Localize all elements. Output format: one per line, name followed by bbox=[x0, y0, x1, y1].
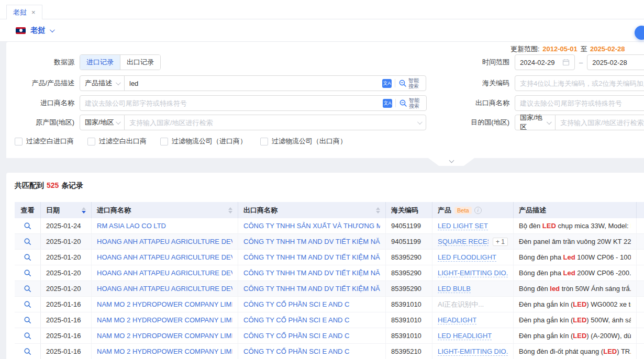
view-record-button[interactable] bbox=[15, 297, 41, 312]
hs-code-input-box[interactable] bbox=[515, 75, 644, 91]
importer-link[interactable]: NAM MO 2 HYDROPOWER COMPANY LIMI... bbox=[97, 316, 232, 324]
view-record-button[interactable] bbox=[15, 281, 41, 296]
exporter-link[interactable]: CÔNG TY TNHH SẢN XUẤT VÀ THƯƠNG M... bbox=[243, 222, 380, 230]
exporter-link[interactable]: CÔNG TY CỔ PHẦN SCI E AND C bbox=[243, 300, 350, 308]
checkbox-filter-logistics-importer[interactable]: 过滤物流公司（进口商） bbox=[160, 137, 247, 146]
checkbox-icon[interactable] bbox=[87, 138, 95, 145]
sort-icon[interactable] bbox=[376, 207, 380, 214]
importer-link[interactable]: NAM MO 2 HYDROPOWER COMPANY LIMI... bbox=[97, 347, 232, 355]
view-record-button[interactable] bbox=[15, 312, 41, 328]
product-tag[interactable]: HEADLIGHT bbox=[438, 316, 476, 324]
tab-import-records[interactable]: 进口记录 bbox=[80, 55, 120, 70]
checkbox-filter-blank-importer[interactable]: 过滤空白进口商 bbox=[15, 137, 74, 146]
importer-link[interactable]: NAM MO 2 HYDROPOWER COMPANY LIMI... bbox=[97, 300, 232, 308]
date-end-input[interactable] bbox=[592, 59, 642, 66]
importer-link[interactable]: NAM MO 2 HYDROPOWER COMPANY LIMI... bbox=[97, 332, 232, 340]
col-exporter[interactable]: 出口商名称 bbox=[238, 202, 386, 218]
col-view: 查看 bbox=[15, 202, 41, 218]
date-cell: 2025-01-20 bbox=[41, 281, 92, 296]
update-range-start: 2012-05-01 bbox=[542, 45, 578, 53]
exporter-input[interactable] bbox=[520, 99, 644, 107]
product-tag[interactable]: LED LIGHT SET bbox=[438, 222, 488, 230]
checkbox-filter-logistics-exporter[interactable]: 过滤物流公司（出口商） bbox=[260, 137, 347, 146]
view-record-button[interactable] bbox=[15, 344, 41, 359]
date-end-input-box[interactable] bbox=[587, 54, 644, 70]
sort-icon[interactable] bbox=[82, 207, 86, 214]
magnifier-icon bbox=[24, 238, 31, 245]
product-tag[interactable]: LED BULB bbox=[438, 285, 471, 293]
destination-search-box[interactable] bbox=[555, 115, 644, 130]
origin-search-box[interactable] bbox=[124, 115, 426, 130]
product-tag[interactable]: LED HEADLIGHT bbox=[438, 332, 492, 340]
date-start-input-box[interactable] bbox=[515, 54, 575, 70]
destination-search-input[interactable] bbox=[560, 119, 644, 127]
translate-icon[interactable]: 文A bbox=[383, 99, 392, 108]
calendar-icon[interactable] bbox=[562, 59, 570, 66]
destination-group: 目的国(地区) 国家/地区 bbox=[462, 115, 644, 130]
view-record-button[interactable] bbox=[15, 250, 41, 265]
hs-code-input[interactable] bbox=[520, 80, 644, 87]
checkbox-icon[interactable] bbox=[160, 138, 168, 145]
origin-search-input[interactable] bbox=[129, 119, 414, 127]
product-tag[interactable]: LIGHT-EMITTING DIO... bbox=[438, 347, 508, 356]
origin-country-select[interactable]: 国家/地区 bbox=[80, 115, 125, 130]
chevron-down-icon[interactable] bbox=[50, 27, 55, 32]
hs-code-cell: 85395210 bbox=[386, 344, 432, 359]
translate-icon[interactable]: 文A bbox=[382, 79, 392, 88]
importer-link[interactable]: HOANG ANH ATTAPEU AGRICULTURE DEVE... bbox=[97, 285, 232, 293]
origin-label: 原产国(地区) bbox=[6, 118, 74, 127]
col-date[interactable]: 日期 bbox=[41, 202, 92, 218]
smart-search-button[interactable]: 智能搜索 bbox=[399, 97, 421, 109]
product-tag[interactable]: LIGHT-EMITTING DIO... bbox=[438, 269, 508, 277]
exporter-label: 出口商名称 bbox=[462, 98, 509, 108]
destination-label: 目的国(地区) bbox=[462, 118, 509, 127]
product-type-select[interactable]: 产品描述 bbox=[80, 75, 125, 91]
view-record-button[interactable] bbox=[15, 328, 41, 343]
view-record-button[interactable] bbox=[15, 234, 41, 249]
product-search-box[interactable]: 文A 智能搜索 bbox=[124, 75, 426, 91]
exporter-link[interactable]: CÔNG TY TNHH TM AND DV TIẾT KIỆM NĂ... bbox=[243, 285, 380, 293]
close-icon[interactable]: × bbox=[31, 9, 36, 16]
date-start-input[interactable] bbox=[520, 59, 559, 66]
exporter-link[interactable]: CÔNG TY CỔ PHẦN SCI E AND C bbox=[243, 347, 350, 355]
checkbox-filter-blank-exporter[interactable]: 过滤空白出口商 bbox=[87, 137, 147, 146]
hs-code-cell: 85391010 bbox=[386, 312, 432, 328]
table-row: 2025-01-20 HOANG ANH ATTAPEU AGRICULTURE… bbox=[15, 234, 644, 250]
sort-icon[interactable] bbox=[228, 207, 232, 214]
exporter-link[interactable]: CÔNG TY TNHH TM AND DV TIẾT KIỆM NĂ... bbox=[243, 238, 380, 245]
importer-input-box[interactable]: 文A 智能搜索 bbox=[80, 95, 427, 111]
smart-search-button[interactable]: 智能搜索 bbox=[398, 77, 421, 89]
country-name[interactable]: 老挝 bbox=[30, 26, 45, 35]
exporter-input-box[interactable] bbox=[515, 95, 644, 111]
more-products-chip[interactable]: + 1 bbox=[493, 238, 508, 246]
hs-code-cell: 94051199 bbox=[386, 218, 432, 233]
description-cell: Bộ đèn LED chụp mica 33W, Model: P... bbox=[519, 222, 631, 230]
collapse-filters-button[interactable] bbox=[428, 158, 474, 166]
importer-link[interactable]: HOANG ANH ATTAPEU AGRICULTURE DEVE... bbox=[97, 269, 232, 277]
exporter-link[interactable]: CÔNG TY CỔ PHẦN SCI E AND C bbox=[243, 332, 350, 340]
info-icon[interactable] bbox=[474, 207, 482, 214]
checkbox-icon[interactable] bbox=[260, 138, 268, 145]
exporter-link[interactable]: CÔNG TY TNHH TM AND DV TIẾT KIỆM NĂ... bbox=[243, 253, 380, 261]
importer-link[interactable]: RM ASIA LAO CO LTD bbox=[97, 222, 166, 230]
col-importer[interactable]: 进口商名称 bbox=[92, 202, 238, 218]
importer-link[interactable]: HOANG ANH ATTAPEU AGRICULTURE DEVE... bbox=[97, 238, 232, 245]
table-row: 2025-01-16 NAM MO 2 HYDROPOWER COMPANY L… bbox=[15, 344, 644, 359]
exporter-link[interactable]: CÔNG TY TNHH TM AND DV TIẾT KIỆM NĂ... bbox=[243, 269, 380, 277]
product-search-input[interactable] bbox=[129, 80, 379, 87]
destination-country-select[interactable]: 国家/地区 bbox=[515, 115, 556, 130]
update-range-label: 更新范围: bbox=[510, 45, 540, 53]
view-record-button[interactable] bbox=[15, 265, 41, 281]
tab-export-records[interactable]: 出口记录 bbox=[120, 55, 160, 70]
search-icon bbox=[399, 99, 407, 107]
importer-link[interactable]: HOANG ANH ATTAPEU AGRICULTURE DEVE... bbox=[97, 253, 232, 261]
hs-code-cell: 85391010 bbox=[386, 297, 432, 312]
exporter-link[interactable]: CÔNG TY CỔ PHẦN SCI E AND C bbox=[243, 316, 350, 324]
date-cell: 2025-01-16 bbox=[41, 344, 92, 359]
checkbox-icon[interactable] bbox=[15, 138, 23, 145]
tab-laos[interactable]: 老挝 × bbox=[6, 5, 42, 19]
importer-input[interactable] bbox=[85, 99, 380, 107]
view-record-button[interactable] bbox=[15, 218, 41, 233]
product-tag[interactable]: LED FLOODLIGHT bbox=[438, 253, 496, 262]
product-tag[interactable]: SQUARE RECESS... bbox=[438, 238, 488, 246]
